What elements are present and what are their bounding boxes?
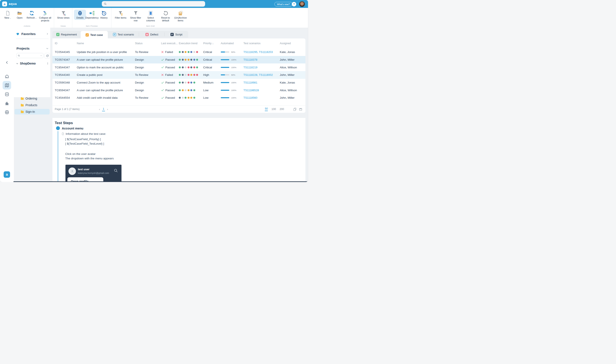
tab-test-case[interactable]: Test case [81, 31, 108, 39]
table-row[interactable]: TC9544340Create a public postTo ReviewFa… [52, 71, 305, 79]
user-avatar[interactable] [299, 1, 305, 7]
table-header-row: IDNameStatusLast executi...Execution tre… [52, 39, 305, 48]
step-bullet-icon[interactable] [56, 126, 60, 130]
cell-test-scenarios-link[interactable]: TS1118560 [243, 96, 280, 99]
tree-item-ordering[interactable]: Ordering [14, 96, 50, 101]
table-row[interactable]: TC4544554Add credit card with invalid da… [52, 94, 305, 102]
cell-test-scenarios-link[interactable]: TS1118981 [243, 81, 280, 84]
aqua-logo-icon[interactable]: a [2, 1, 7, 6]
refresh-button[interactable]: Refresh⌄ [26, 10, 38, 20]
column-header-automated[interactable]: Automated [221, 42, 243, 45]
table-row[interactable]: TC6594347A user can upload the profile p… [52, 86, 305, 94]
cell-last-execution: Passed [161, 66, 179, 69]
cell-test-scenarios-link[interactable]: TS1118378 [243, 58, 280, 61]
reset-to-default-button[interactable]: Reset to default [158, 10, 173, 22]
column-header-id[interactable]: ID [55, 42, 77, 45]
table-row[interactable]: TC0574347A user can upload the profile p… [52, 56, 305, 64]
project-refresh-button[interactable] [44, 53, 50, 59]
column-header-assigned[interactable]: Assigned [280, 42, 305, 45]
testcase-tab-icon [85, 33, 89, 37]
cell-test-scenarios-link[interactable]: TS1118228, TS1118002 [243, 73, 280, 77]
cell-last-execution: Failed [161, 73, 179, 77]
scripts-code-icon[interactable] [2, 90, 11, 98]
chevron-down-icon[interactable] [40, 55, 42, 57]
select-columns-icon [148, 10, 153, 16]
trend-dot-icon [185, 97, 187, 99]
page-size-50[interactable]: 50 [265, 107, 268, 111]
cell-name: Option to mark the account as public [77, 66, 135, 69]
archive-view-icon[interactable] [299, 107, 302, 111]
tree-node-shopdemo[interactable]: ShopDemo [16, 61, 49, 66]
column-header-execution-trend[interactable]: Execution trend [179, 42, 203, 45]
help-icon[interactable]: ? [292, 2, 296, 6]
trend-dot-icon [182, 97, 184, 99]
cell-test-scenarios-link[interactable]: TS1118295, TS1118203 [243, 51, 280, 54]
column-header-test-scenarios[interactable]: Test scenarios [243, 42, 280, 45]
show-filter-row-button[interactable]: Show filter row [128, 10, 143, 22]
dashboard-grid-icon[interactable] [2, 108, 11, 117]
cell-automated: 100% [221, 81, 243, 84]
collapse-all-projects-button[interactable]: Collapse all projects [38, 10, 53, 22]
projects-map-icon[interactable] [2, 81, 11, 90]
table-row[interactable]: TC8544347Option to mark the account as p… [52, 64, 305, 71]
step-variable-line: [ ${TestCaseField_TestLevel} ] [65, 142, 104, 146]
filter-items-button[interactable]: Filter items [113, 10, 128, 20]
details-button[interactable]: Details [74, 10, 86, 20]
table-row[interactable]: TC0544345Update the job position in a us… [52, 48, 305, 56]
prev-page-button[interactable]: ‹ [99, 108, 100, 111]
cell-test-scenarios-link[interactable]: TS1118219 [243, 66, 280, 69]
column-header-last-executi[interactable]: Last executi... [161, 42, 179, 45]
automation-progress-bar [221, 52, 229, 52]
tree-item-products[interactable]: Products [14, 102, 50, 108]
trend-dot-icon [190, 66, 192, 68]
next-page-button[interactable]: › [107, 108, 108, 111]
tab-script[interactable]: Script [165, 31, 188, 38]
trend-dot-icon [188, 66, 190, 68]
step-variable-line: [ ${TestCaseField_Priority} ] [65, 137, 104, 142]
reports-chart-icon[interactable] [2, 99, 11, 107]
collapse-sidebar-chevron-icon[interactable] [2, 58, 11, 67]
history-button[interactable]: History [98, 10, 110, 20]
global-search-input[interactable] [102, 1, 205, 7]
step-description-line: Click on the user avatar [65, 152, 114, 156]
trend-dot-icon [179, 59, 181, 61]
tree-item-sign-in[interactable]: Sign-In [14, 109, 50, 115]
trend-dot-icon [179, 89, 181, 91]
dependency-button[interactable]: Dependency [86, 10, 98, 20]
tab-defect[interactable]: Defect [139, 31, 165, 38]
home-icon[interactable] [2, 72, 11, 80]
column-header-status[interactable]: Status [135, 42, 161, 45]
column-header-name[interactable]: Name [77, 42, 135, 45]
kebab-menu-icon[interactable] [46, 62, 49, 65]
new-button[interactable]: New⌄ [2, 10, 14, 20]
chevron-down-icon[interactable] [46, 47, 49, 50]
open-button[interactable]: Open [14, 10, 26, 20]
table-row[interactable]: TC0590348Connect Zoom to the app account… [52, 79, 305, 87]
cell-assigned: John, Miller [280, 58, 305, 61]
current-page[interactable]: 1 [102, 107, 105, 111]
copy-pages-icon[interactable] [293, 107, 297, 111]
page-size-200[interactable]: 200 [280, 108, 284, 111]
cell-id: TC0574347 [55, 58, 77, 61]
select-columns-button[interactable]: Select columns [143, 10, 158, 22]
whats-new-button[interactable]: What's new? [274, 2, 292, 6]
step-title[interactable]: Account menu [62, 127, 83, 130]
page-size-100[interactable]: 100 [272, 108, 276, 111]
automation-progress-bar [221, 97, 229, 98]
cell-name: A user can upload the profile picture [77, 58, 135, 61]
toolbar-button-label: Dependency [85, 16, 99, 19]
cell-execution-trend [179, 58, 203, 61]
tab-test-scenario[interactable]: Test scenario [108, 31, 139, 38]
tab-requirement[interactable]: Requirement [52, 31, 81, 38]
cell-test-scenarios-link[interactable]: TS11186528 [243, 89, 280, 92]
project-search-input[interactable] [16, 53, 43, 58]
column-header-priority[interactable]: Priority ↓ [203, 42, 221, 45]
show-views-button[interactable]: Show views [56, 10, 71, 20]
trend-dot-icon [190, 51, 192, 53]
un-archive-items-button[interactable]: (Un)Archive items [173, 10, 188, 22]
panel-divider [16, 39, 49, 39]
chevron-right-icon[interactable] [46, 33, 49, 35]
chevron-down-icon[interactable] [16, 62, 18, 65]
reset-arrow-icon [163, 10, 168, 16]
trend-dot-icon [188, 82, 190, 84]
